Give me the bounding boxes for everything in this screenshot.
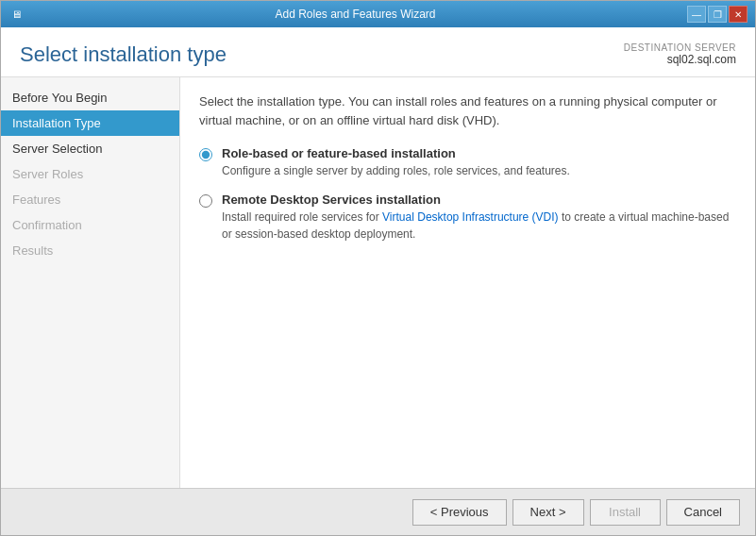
option-remote-desktop-desc: Install required role services for Virtu… (222, 209, 736, 243)
titlebar: 🖥 Add Roles and Features Wizard — ❐ ✕ (1, 1, 755, 27)
content-area: Select installation type DESTINATION SER… (1, 27, 755, 535)
header-bar: Select installation type DESTINATION SER… (1, 27, 755, 77)
destination-server-info: DESTINATION SERVER sql02.sql.com (624, 42, 736, 66)
sidebar-item-confirmation: Confirmation (1, 212, 179, 238)
description-text: Select the installation type. You can in… (199, 92, 736, 129)
radio-role-based[interactable] (199, 148, 212, 161)
radio-remote-desktop[interactable] (199, 194, 212, 208)
option-remote-desktop: Remote Desktop Services installation Ins… (199, 193, 736, 243)
restore-button[interactable]: ❐ (708, 6, 727, 23)
footer: < Previous Next > Install Cancel (1, 488, 755, 535)
remote-desc-highlight: Virtual Desktop Infrastructure (VDI) (382, 210, 559, 224)
previous-button[interactable]: < Previous (412, 499, 507, 526)
option-role-based-title: Role-based or feature-based installation (222, 146, 570, 160)
sidebar-item-features: Features (1, 187, 179, 212)
minimize-button[interactable]: — (687, 6, 706, 23)
option-role-based-desc: Configure a single server by adding role… (222, 162, 570, 179)
option-remote-desktop-text: Remote Desktop Services installation Ins… (222, 193, 736, 243)
next-button[interactable]: Next > (512, 499, 584, 526)
install-button[interactable]: Install (590, 499, 661, 526)
main-body: Before You Begin Installation Type Serve… (1, 77, 755, 488)
sidebar-item-results: Results (1, 238, 179, 263)
option-remote-desktop-title: Remote Desktop Services installation (222, 193, 736, 207)
destination-label: DESTINATION SERVER (624, 42, 736, 53)
option-role-based: Role-based or feature-based installation… (199, 146, 736, 179)
sidebar-item-server-selection[interactable]: Server Selection (1, 136, 179, 161)
option-role-based-text: Role-based or feature-based installation… (222, 146, 570, 179)
sidebar-item-installation-type[interactable]: Installation Type (1, 110, 179, 136)
cancel-button[interactable]: Cancel (666, 499, 740, 526)
option-group: Role-based or feature-based installation… (199, 146, 736, 243)
sidebar-item-before-you-begin[interactable]: Before You Begin (1, 85, 179, 110)
sidebar-item-server-roles: Server Roles (1, 161, 179, 187)
window-icon: 🖥 (8, 7, 24, 22)
main-content: Select the installation type. You can in… (180, 77, 755, 488)
wizard-window: 🖥 Add Roles and Features Wizard — ❐ ✕ Se… (0, 0, 756, 536)
sidebar: Before You Begin Installation Type Serve… (1, 77, 180, 488)
page-title: Select installation type (20, 42, 227, 67)
close-button[interactable]: ✕ (729, 6, 748, 23)
window-controls: — ❐ ✕ (687, 6, 748, 23)
destination-name: sql02.sql.com (624, 53, 736, 66)
remote-desc-plain: Install required role services for (222, 210, 382, 224)
window-title: Add Roles and Features Wizard (24, 8, 687, 21)
